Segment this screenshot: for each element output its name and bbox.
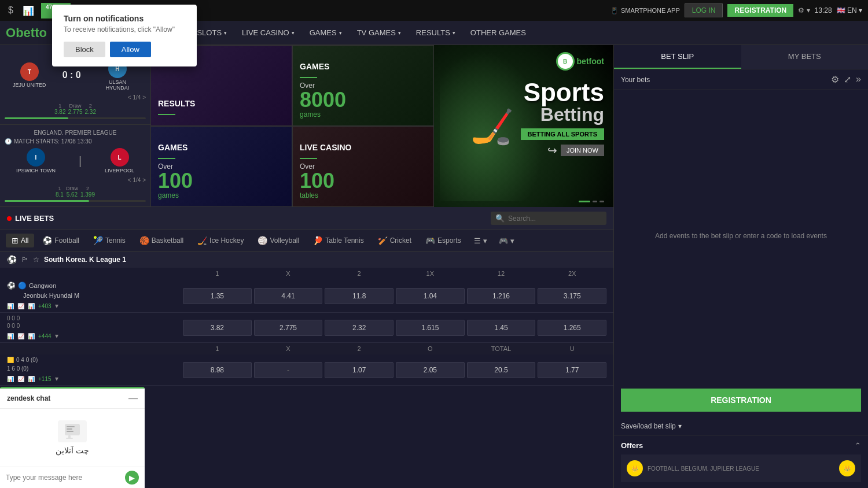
match-row-1-team2[interactable]: Jeonbuk Hyundai M — [23, 292, 79, 299]
match-row-2-expand[interactable]: ▾ — [55, 332, 58, 340]
search-input[interactable] — [508, 215, 601, 223]
settings-button[interactable]: ⚙ ▾ — [798, 6, 810, 14]
tab-tennis[interactable]: 🎾 Tennis — [87, 234, 131, 247]
odd-1-12[interactable]: 1.216 — [467, 288, 536, 304]
empty-betslip: Add events to the bet slip or enter a co… — [614, 90, 868, 383]
tab-all[interactable]: ⊞ All — [6, 234, 34, 247]
odd-3-2[interactable]: 1.07 — [325, 362, 393, 378]
dollar-icon[interactable]: $ — [6, 3, 16, 19]
zendesk-minimize-button[interactable]: — — [128, 393, 138, 404]
tab-esports-label: Esports — [437, 236, 461, 245]
live-dot — [7, 216, 12, 221]
odd-3-u[interactable]: 1.77 — [538, 362, 606, 378]
odd-3-o[interactable]: 2.05 — [396, 362, 465, 378]
col-header-x: X — [254, 270, 323, 277]
promo-games-8000[interactable]: GAMES Over 8000 games — [292, 45, 434, 126]
match1-odd-2[interactable]: 22.32 — [85, 103, 96, 115]
promo-live-casino[interactable]: LIVE CASINO Over 100 tables — [292, 126, 434, 207]
odd-1-x[interactable]: 4.41 — [254, 288, 323, 304]
games2-number: 100 — [158, 171, 285, 191]
sub-col-headers: 1 X 2 O TOTAL U — [0, 343, 613, 354]
odd-1-2x[interactable]: 3.175 — [538, 288, 606, 304]
save-load-button[interactable]: Save/load bet slip ▾ — [614, 417, 868, 435]
tab-ice-hockey[interactable]: 🏒 Ice Hockey — [192, 234, 249, 247]
zendesk-title: zendesk chat — [7, 394, 50, 402]
match1-pagination: < 1/4 > — [5, 94, 146, 101]
language-selector[interactable]: 🇬🇧 EN ▾ — [837, 6, 862, 14]
zendesk-send-button[interactable]: ▶ — [125, 471, 139, 485]
odd-2-1x[interactable]: 1.615 — [396, 320, 465, 336]
col-header-2x: 2X — [538, 270, 606, 277]
odd-3-1[interactable]: 8.98 — [183, 362, 252, 378]
banner-logo-text: betfoot — [577, 57, 604, 66]
betslip-registration-button[interactable]: REGISTRATION — [621, 389, 861, 412]
allow-button[interactable]: Allow — [110, 42, 151, 57]
sub-col-total: TOTAL — [467, 345, 536, 352]
promo-games-100[interactable]: GAMES Over 100 games — [150, 126, 292, 207]
save-load-arrow: ▾ — [678, 422, 682, 430]
odd-2-12[interactable]: 1.45 — [467, 320, 536, 336]
smartphone-icon: 📱 — [610, 7, 619, 14]
nav-other-games[interactable]: OTHER GAMES — [464, 24, 533, 42]
odd-2-2x[interactable]: 1.265 — [538, 320, 606, 336]
odd-1-1x[interactable]: 1.04 — [396, 288, 465, 304]
match-row-3-expand[interactable]: ▾ — [55, 375, 58, 383]
login-button[interactable]: LOG IN — [685, 3, 723, 17]
favorite-icon[interactable]: ☆ — [33, 256, 39, 264]
offers-collapse-btn[interactable]: ⌃ — [855, 441, 861, 450]
match1-odd-1[interactable]: 13.82 — [54, 103, 65, 115]
odd-3-total[interactable]: 20.5 — [467, 362, 536, 378]
svg-rect-0 — [65, 424, 80, 435]
nav-live-casino[interactable]: LIVE CASINO ▾ — [235, 24, 301, 42]
nav-results[interactable]: RESULTS ▾ — [409, 24, 462, 42]
tab-esports[interactable]: 🎮 Esports — [420, 234, 467, 247]
tab-basketball-label: Basketball — [152, 236, 183, 245]
nav-tv-games[interactable]: TV GAMES ▾ — [350, 24, 408, 42]
banner-logo-circle: B — [556, 52, 575, 71]
match-row-1-team1[interactable]: Gangwon — [29, 282, 56, 289]
tab-table-tennis[interactable]: 🏓 Table Tennis — [307, 234, 370, 247]
expand-icon[interactable]: ⤢ — [844, 74, 851, 85]
tab-volleyball[interactable]: 🏐 Volleyball — [252, 234, 305, 247]
match-row-3-more-odds[interactable]: +115 — [38, 376, 52, 382]
match-row-2-more-odds[interactable]: +444 — [38, 333, 52, 339]
match-card-2[interactable]: ENGLAND. PREMIER LEAGUE 🕐 MATCH STARTS: … — [0, 125, 150, 207]
tab-basketball[interactable]: 🏀 Basketball — [134, 234, 189, 247]
match2-teams: I IPSWICH TOWN | L LIVERPOOL — [5, 148, 146, 173]
bet-slip-tab[interactable]: BET SLIP — [614, 45, 741, 69]
nav-games[interactable]: GAMES ▾ — [303, 24, 349, 42]
join-now-button[interactable]: JOIN NOW — [561, 145, 604, 156]
zendesk-header: zendesk chat — — [0, 389, 145, 409]
logo[interactable]: Obetto — [6, 25, 47, 40]
double-arrow-icon[interactable]: » — [856, 74, 861, 85]
offer-item-1[interactable]: 👑 FOOTBALL. BELGIUM. JUPILER LEAGUE 👑 — [621, 454, 861, 482]
games-number: 8000 — [300, 90, 426, 110]
tab-football[interactable]: ⚽ Football — [36, 234, 85, 247]
odd-2-2[interactable]: 2.32 — [325, 320, 393, 336]
match-row-3-stat1: 🟨 0 4 0 (0) — [7, 357, 181, 363]
block-button[interactable]: Block — [64, 42, 105, 57]
match-row-1-expand[interactable]: ▾ — [55, 302, 58, 310]
tab-cricket[interactable]: 🏏 Cricket — [372, 234, 417, 247]
more-tabs-list[interactable]: ☰ ▾ — [469, 234, 492, 247]
tab-volleyball-label: Volleyball — [270, 236, 299, 245]
odd-3-x[interactable]: - — [254, 362, 323, 378]
odd-2-x[interactable]: 2.775 — [254, 320, 323, 336]
smartphone-app-btn[interactable]: 📱 SMARTPHONE APP — [610, 7, 680, 14]
odd-1-1[interactable]: 1.35 — [183, 288, 252, 304]
registration-button[interactable]: REGISTRATION — [727, 4, 793, 17]
match-row-1-more-odds[interactable]: +403 — [38, 303, 52, 309]
match2-odd-draw[interactable]: Draw5.62 — [66, 186, 78, 198]
more-tabs-controller[interactable]: 🎮 ▾ — [494, 234, 519, 247]
match2-odd-2[interactable]: 21.399 — [80, 186, 95, 198]
settings-bet-icon[interactable]: ⚙ — [831, 74, 839, 85]
search-bar[interactable]: 🔍 — [491, 212, 606, 225]
match1-odd-draw[interactable]: Draw2.775 — [68, 103, 82, 115]
odd-1-2[interactable]: 11.8 — [325, 288, 393, 304]
league-row-korea[interactable]: ⚽ 🏳 ☆ South Korea. K League 1 — [0, 252, 613, 268]
chart-icon[interactable]: 📊 — [20, 3, 36, 19]
my-bets-tab[interactable]: MY BETS — [741, 45, 869, 69]
odd-2-1[interactable]: 3.82 — [183, 320, 252, 336]
zendesk-message-input[interactable] — [6, 474, 122, 482]
match2-odd-1[interactable]: 18.1 — [56, 186, 64, 198]
